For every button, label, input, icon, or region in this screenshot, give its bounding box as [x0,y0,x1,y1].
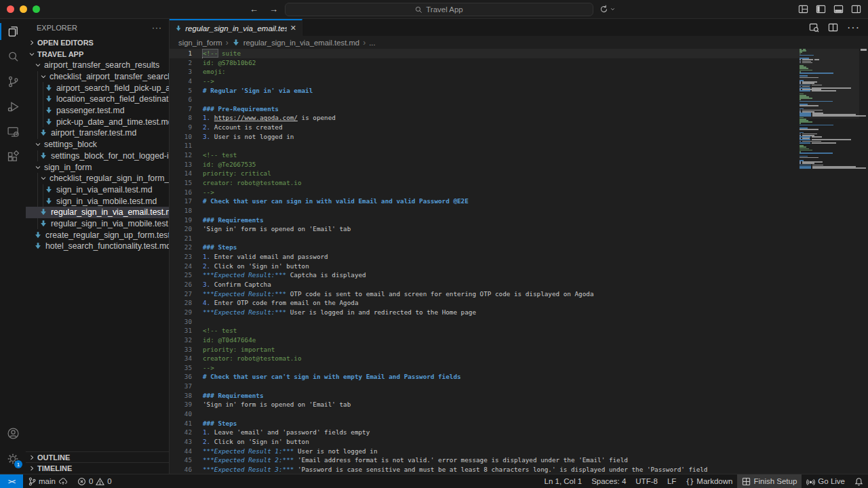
code-line[interactable]: 29***Expected Result:*** User is logged … [170,308,800,317]
code-line[interactable]: 3emoji: [170,67,800,77]
code-line[interactable]: 32id: @T0d47664e [170,336,800,345]
git-branch-item[interactable]: main [23,474,73,488]
activity-source-control[interactable] [0,69,26,94]
tree-item[interactable]: sign_in_via_email.test.md [26,184,169,196]
toggle-panel-icon[interactable] [833,4,844,14]
tree-item[interactable]: checklist_airport_transfer_search_fie... [26,71,169,83]
tree-item[interactable]: airport_transfer.test.md [26,127,169,139]
code-line[interactable]: 1<!-- suite [170,49,800,58]
open-preview-icon[interactable] [809,22,819,33]
code-line[interactable]: 263. Confirm Captcha [170,280,800,289]
code-line[interactable]: 16--> [170,188,800,197]
code-line[interactable]: 19### Requirements [170,216,800,225]
code-area[interactable]: 1<!-- suite2id: @S78b10b623emoji:4-->5# … [170,49,800,474]
tree-item[interactable]: checklist_regular_sign_in_form_field... [26,173,169,184]
code-line[interactable]: 92. Account is created [170,123,800,132]
activity-remote-explorer[interactable] [0,119,26,144]
command-center-search[interactable]: Travel App [285,3,593,16]
code-line[interactable]: 46***Expected Result 3:*** 'Password is … [170,465,800,474]
tree-item[interactable]: passenger.test.md [26,105,169,117]
go-forward-button[interactable]: → [269,4,278,14]
section-timeline[interactable]: TIMELINE [26,462,169,474]
code-line[interactable]: 20'Sign in' form is opened on 'Email' ta… [170,224,800,234]
code-line[interactable]: 15creator: robot@testomat.io [170,178,800,188]
code-line[interactable]: 11 [170,141,800,150]
go-back-button[interactable]: ← [250,4,258,14]
section-open-editors[interactable]: OPEN EDITORS [26,37,169,48]
tree-item[interactable]: airport_search_field_pick-up_airpor... [26,82,169,94]
status-item-finish-setup[interactable]: Finish Setup [737,474,802,488]
code-line[interactable]: 7### Pre-Requirements [170,104,800,114]
tree-item[interactable]: settings_block_for_not_logged-in_us... [26,150,169,162]
split-editor-icon[interactable] [828,22,838,33]
status-item-go-live[interactable]: Go Live [802,474,850,488]
section-outline[interactable]: OUTLINE [26,451,169,462]
tree-item[interactable]: create_regular_sign_up_form.test.md [26,229,169,241]
code-line[interactable]: 22### Steps [170,243,800,252]
code-line[interactable]: 37 [170,382,800,391]
code-line[interactable]: 103. User is not logged in [170,132,800,142]
remote-indicator[interactable]: >< [0,474,23,488]
code-line[interactable]: 40 [170,409,800,419]
code-line[interactable]: 12<!-- test [170,150,800,160]
status-item-notifications[interactable] [850,474,868,488]
tree-item[interactable]: settings_block [26,139,169,150]
toggle-secondary-sidebar-icon[interactable] [851,4,861,14]
code-line[interactable]: 44***Expected Result 1:*** User is not l… [170,447,800,456]
tree-item[interactable]: sign_in_form [26,161,169,173]
status-item-encoding[interactable]: UTF-8 [631,474,663,488]
account-button[interactable] [0,421,26,446]
tree-item[interactable]: regular_sign_in_via_mobile.test.md [26,218,169,230]
code-line[interactable]: 17# Check that user can sign in with val… [170,197,800,206]
status-item-indentation[interactable]: Spaces: 4 [587,474,631,488]
status-item-language-mode[interactable]: {}Markdown [681,474,737,488]
reload-control[interactable] [599,5,616,14]
activity-run-debug[interactable] [0,94,26,119]
problems-item[interactable]: 0 0 [73,474,117,488]
code-line[interactable]: 27***Expected Result:*** OTP code is sen… [170,289,800,299]
code-line[interactable]: 36# Check that user can't sign in with e… [170,372,800,382]
breadcrumb-item[interactable]: ... [369,39,375,47]
scrollbar[interactable] [859,49,868,474]
tree-item[interactable]: pick-up_date_and_time.test.md [26,116,169,127]
status-item-cursor-position[interactable]: Ln 1, Col 1 [540,474,587,488]
code-line[interactable]: 421. Leave 'email' and 'password' fields… [170,428,800,437]
code-line[interactable]: 284. Enter OTP code from email on the Ag… [170,298,800,308]
close-window-button[interactable] [7,5,14,13]
customize-layout-icon[interactable] [798,4,808,14]
code-line[interactable]: 35--> [170,363,800,373]
activity-search[interactable] [0,44,26,69]
tree-item[interactable]: location_search_field_destination_l... [26,94,169,105]
section-travel-app[interactable]: TRAVEL APP [26,48,169,60]
code-line[interactable]: 39'Sign in' form is opened on 'Email' ta… [170,400,800,409]
code-line[interactable]: 38### Requirements [170,391,800,401]
tab-regular-sign-in-via-email[interactable]: regular_sign_in_via_email.test.md ✕ [170,19,302,36]
code-line[interactable]: 45***Expected Result 2:*** 'Email addres… [170,455,800,465]
code-line[interactable]: 14priority: critical [170,169,800,178]
activity-explorer[interactable] [0,19,26,44]
code-line[interactable]: 4--> [170,77,800,86]
explorer-actions-icon[interactable]: ··· [152,23,162,33]
code-line[interactable]: 432. Click on 'Sign in' button [170,437,800,447]
breadcrumb-item[interactable]: regular_sign_in_via_email.test.md [232,39,359,47]
tree-item[interactable]: airport_transfer_search_results [26,60,169,71]
code-line[interactable]: 25***Expected Result:*** Captcha is disp… [170,270,800,280]
code-line[interactable]: 33priority: important [170,345,800,354]
zoom-window-button[interactable] [33,5,40,13]
code-line[interactable]: 231. Enter valid email and password [170,252,800,262]
close-tab-icon[interactable]: ✕ [290,24,296,33]
minimap[interactable] [800,49,859,169]
code-line[interactable]: 41### Steps [170,419,800,428]
tree-item[interactable]: sign_in_via_mobile.test.md [26,195,169,207]
code-line[interactable]: 6 [170,95,800,104]
code-line[interactable]: 30 [170,317,800,327]
code-line[interactable]: 18 [170,206,800,216]
code-line[interactable]: 31<!-- test [170,326,800,336]
status-item-eol[interactable]: LF [663,474,681,488]
code-line[interactable]: 2id: @S78b10b62 [170,58,800,68]
activity-extensions[interactable] [0,144,26,169]
minimap-slider[interactable] [800,49,859,119]
code-line[interactable]: 242. Click on 'Sign in' button [170,262,800,271]
breadcrumb-item[interactable]: sign_in_form [178,39,222,47]
tree-item[interactable]: regular_sign_in_via_email.test.md [26,207,169,218]
